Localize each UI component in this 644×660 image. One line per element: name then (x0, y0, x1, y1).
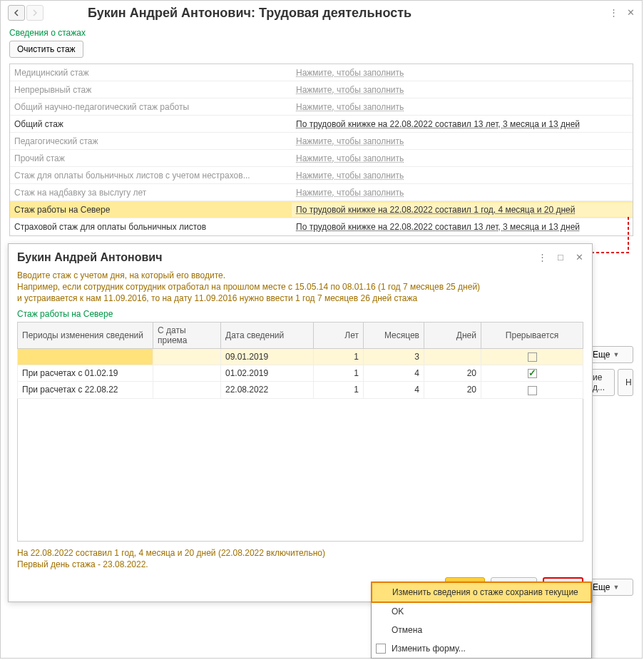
menu-item-change-form[interactable]: Изменить форму... (372, 639, 591, 658)
page-title: Букин Андрей Антонович: Трудовая деятель… (88, 6, 412, 21)
period-row[interactable]: При расчетах с 01.02.1901.02.20191420 (18, 365, 583, 381)
dialog-footer-hint: На 22.08.2022 составил 1 год, 4 месяца и… (17, 547, 583, 570)
stage-row-label: Медицинский стаж (10, 66, 292, 80)
stage-dialog: ⋮ □ ✕ Букин Андрей Антонович Вводите ста… (8, 243, 593, 602)
stage-row[interactable]: Общий стажПо трудовой книжке на 22.08.20… (10, 116, 633, 133)
cell-days[interactable]: 20 (424, 382, 481, 398)
cell-from_hire[interactable] (153, 382, 221, 398)
section-label: Сведения о стажах (1, 25, 642, 39)
stage-row-value-link[interactable]: Нажмите, чтобы заполнить (296, 136, 404, 146)
cell-period[interactable]: При расчетах с 01.02.19 (18, 365, 153, 381)
period-row[interactable]: При расчетах с 22.08.2222.08.20221420 (18, 382, 583, 398)
cell-period[interactable] (18, 348, 153, 365)
stage-row[interactable]: Прочий стажНажмите, чтобы заполнить (10, 150, 633, 167)
stage-row-label: Стаж работы на Севере (10, 203, 292, 217)
cell-months[interactable]: 4 (364, 382, 424, 398)
cell-years[interactable]: 1 (314, 365, 364, 381)
cell-years[interactable]: 1 (314, 382, 364, 398)
stage-row[interactable]: Медицинский стажНажмите, чтобы заполнить (10, 64, 633, 81)
dialog-maximize-icon[interactable]: □ (555, 251, 566, 263)
interrupt-checkbox[interactable] (528, 352, 537, 362)
stage-row[interactable]: Стаж на надбавку за выслугу летНажмите, … (10, 184, 633, 201)
nav-back-button[interactable] (8, 5, 25, 21)
cell-interrupt[interactable] (481, 382, 583, 398)
stage-row-label: Стаж на надбавку за выслугу лет (10, 186, 292, 200)
stage-row-value-link[interactable]: Нажмите, чтобы заполнить (296, 171, 404, 181)
more-menu: Изменить сведения о стаже сохранив текущ… (371, 582, 592, 659)
cell-interrupt[interactable] (481, 365, 583, 381)
cell-interrupt[interactable] (481, 348, 583, 365)
stage-row-label: Педагогический стаж (10, 134, 292, 148)
cell-from_hire[interactable] (153, 348, 221, 365)
period-row[interactable]: 09.01.201913 (18, 348, 583, 365)
stage-row-value-link[interactable]: Нажмите, чтобы заполнить (296, 85, 404, 95)
dialog-hint: Вводите стаж с учетом дня, на который ег… (17, 270, 583, 305)
titlebar: Букин Андрей Антонович: Трудовая деятель… (1, 1, 642, 25)
stage-row-label: Прочий стаж (10, 151, 292, 166)
cell-days[interactable]: 20 (424, 365, 481, 381)
menu-item-ok[interactable]: OK (372, 602, 591, 621)
stage-row[interactable]: Общий научно-педагогический стаж работыН… (10, 98, 633, 116)
stage-row-value-link[interactable]: По трудовой книжке на 22.08.2022 состави… (296, 119, 580, 129)
stage-row[interactable]: Страховой стаж для оплаты больничных лис… (10, 218, 633, 235)
cell-info_date[interactable]: 09.01.2019 (221, 348, 314, 365)
stage-row-label: Страховой стаж для оплаты больничных лис… (10, 220, 292, 234)
col-from-hire[interactable]: С даты приема (153, 322, 221, 348)
cell-months[interactable]: 3 (364, 348, 424, 365)
interrupt-checkbox[interactable] (528, 386, 537, 395)
col-days[interactable]: Дней (424, 322, 481, 348)
dialog-kebab-icon[interactable]: ⋮ (536, 251, 548, 263)
cell-days[interactable] (424, 348, 481, 365)
stage-grid: Медицинский стажНажмите, чтобы заполнить… (9, 64, 633, 236)
cell-info_date[interactable]: 01.02.2019 (221, 365, 314, 381)
dialog-title: Букин Андрей Антонович (17, 251, 583, 264)
nav-forward-button (26, 5, 44, 21)
close-icon[interactable]: ✕ (625, 6, 636, 18)
stage-row-label: Непрерывный стаж (10, 83, 292, 97)
cell-years[interactable]: 1 (314, 348, 364, 365)
dialog-sub-label: Стаж работы на Севере (17, 309, 583, 319)
stage-row-label: Общий научно-педагогический стаж работы (10, 100, 292, 114)
stage-row-label: Общий стаж (10, 117, 292, 131)
cell-info_date[interactable]: 22.08.2022 (221, 382, 314, 398)
col-period[interactable]: Периоды изменения сведений (18, 322, 153, 348)
dialog-close-icon[interactable]: ✕ (573, 251, 585, 263)
col-months[interactable]: Месяцев (364, 322, 424, 348)
stage-row[interactable]: Непрерывный стажНажмите, чтобы заполнить (10, 81, 633, 98)
stage-row-value-link[interactable]: Нажмите, чтобы заполнить (296, 153, 404, 163)
stage-periods-table[interactable]: Периоды изменения сведений С даты приема… (17, 322, 583, 399)
stage-row-value-link[interactable]: По трудовой книжке на 22.08.2022 состави… (296, 205, 575, 215)
cell-period[interactable]: При расчетах с 22.08.22 (18, 382, 153, 398)
main-window: Букин Андрей Антонович: Трудовая деятель… (0, 0, 643, 659)
stage-row[interactable]: Стаж работы на СевереПо трудовой книжке … (10, 201, 633, 218)
stage-row-value-link[interactable]: По трудовой книжке на 22.08.2022 состави… (296, 222, 580, 232)
cell-months[interactable]: 4 (364, 365, 424, 381)
clear-stage-button[interactable]: Очистить стаж (9, 41, 83, 58)
menu-item-cancel[interactable]: Отмена (372, 621, 591, 639)
form-icon (376, 644, 386, 654)
cell-from_hire[interactable] (153, 365, 221, 381)
stage-row[interactable]: Педагогический стажНажмите, чтобы заполн… (10, 133, 633, 150)
col-interrupt[interactable]: Прерывается (481, 322, 583, 348)
stage-row-label: Стаж для оплаты больничных листов с учет… (10, 168, 292, 183)
stage-row-value-link[interactable]: Нажмите, чтобы заполнить (296, 188, 404, 198)
interrupt-checkbox[interactable] (528, 369, 537, 378)
stage-row-value-link[interactable]: Нажмите, чтобы заполнить (296, 102, 404, 112)
kebab-icon[interactable]: ⋮ (608, 6, 619, 18)
stage-row[interactable]: Стаж для оплаты больничных листов с учет… (10, 167, 633, 184)
col-years[interactable]: Лет (314, 322, 364, 348)
col-info-date[interactable]: Дата сведений (221, 322, 314, 348)
rail-col2: H (618, 369, 633, 396)
menu-item-change-save[interactable]: Изменить сведения о стаже сохранив текущ… (371, 582, 592, 603)
stage-row-value-link[interactable]: Нажмите, чтобы заполнить (296, 68, 404, 78)
